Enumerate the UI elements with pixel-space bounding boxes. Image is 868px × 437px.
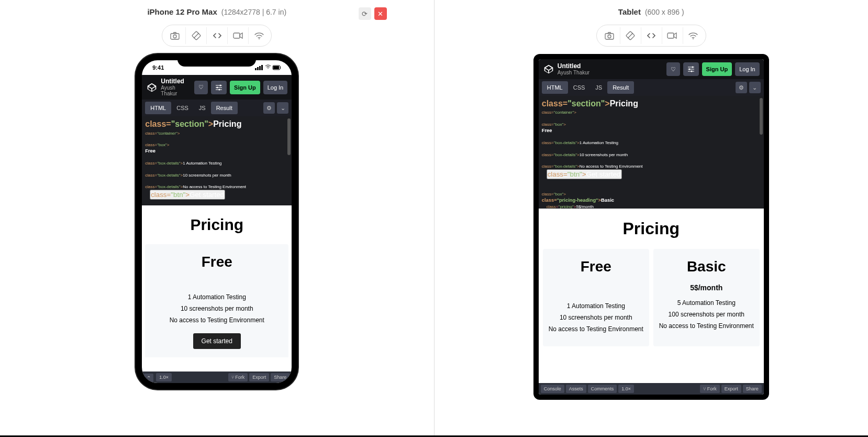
rotate-icon[interactable] xyxy=(185,27,206,44)
codepen-logo-icon[interactable] xyxy=(146,82,158,93)
plan-feature: 5 Automation Testing xyxy=(658,299,755,307)
device-pane-iphone: iPhone 12 Pro Max (1284x2778 | 6.7 in) ⟳… xyxy=(0,0,434,435)
svg-rect-0 xyxy=(171,34,179,39)
tab-css[interactable]: CSS xyxy=(171,102,194,114)
codepen-tabs: HTML CSS JS Result ⚙ ⌄ xyxy=(142,100,292,116)
plan-name: Basic xyxy=(658,258,755,275)
svg-rect-23 xyxy=(667,33,674,38)
video-icon[interactable] xyxy=(662,27,683,44)
pen-title: Untitled xyxy=(161,78,191,85)
tab-html[interactable]: HTML xyxy=(542,81,568,94)
refresh-button[interactable]: ⟳ xyxy=(359,7,371,20)
comments-button[interactable]: Comments xyxy=(588,385,617,393)
svg-point-30 xyxy=(691,71,692,72)
tab-js[interactable]: JS xyxy=(590,81,607,94)
svg-point-20 xyxy=(608,35,611,38)
svg-point-16 xyxy=(220,84,221,86)
heart-button[interactable]: ♡ xyxy=(194,81,208,94)
codepen-footer: Console Assets Comments 1.0× ⑂ Fork Expo… xyxy=(539,383,764,395)
wifi-icon[interactable] xyxy=(248,27,269,44)
svg-point-5 xyxy=(259,38,260,39)
export-button[interactable]: Export xyxy=(249,373,269,381)
svg-rect-9 xyxy=(261,65,263,70)
scrollbar[interactable] xyxy=(287,118,291,155)
result-preview: Pricing Free 1 Automation Testing 10 scr… xyxy=(539,209,764,376)
tab-result[interactable]: Result xyxy=(607,81,634,94)
tab-js[interactable]: JS xyxy=(194,102,211,114)
svg-rect-4 xyxy=(233,33,240,38)
login-button[interactable]: Log In xyxy=(735,62,760,76)
code-editor[interactable]: class="section">Pricingclass="container"… xyxy=(142,116,292,205)
camera-icon[interactable] xyxy=(599,27,620,44)
svg-rect-7 xyxy=(257,67,259,70)
pricing-heading: Pricing xyxy=(142,205,292,244)
svg-point-28 xyxy=(692,67,693,68)
rotate-icon[interactable] xyxy=(620,27,641,44)
svg-rect-12 xyxy=(280,67,281,69)
device-title: iPhone 12 Pro Max xyxy=(147,7,217,16)
status-time: 9:41 xyxy=(152,64,164,71)
svg-point-29 xyxy=(688,69,690,70)
svg-line-22 xyxy=(628,33,633,38)
plan-feature: 1 Automation Testing xyxy=(149,293,284,301)
pricing-heading: Pricing xyxy=(539,209,764,249)
chevron-down-icon[interactable]: ⌄ xyxy=(277,102,288,114)
signup-button[interactable]: Sign Up xyxy=(230,81,260,94)
get-started-button[interactable]: Get started xyxy=(193,333,241,349)
chevron-down-icon[interactable]: ⌄ xyxy=(749,82,761,93)
close-button[interactable]: ✕ xyxy=(374,7,387,20)
console-button[interactable]: Console xyxy=(541,385,564,393)
svg-rect-6 xyxy=(255,68,257,70)
settings-bars-icon[interactable] xyxy=(211,81,227,94)
device-toolbar xyxy=(596,25,706,47)
pen-author: Ayush Thakur xyxy=(161,85,191,96)
svg-point-18 xyxy=(219,89,220,90)
heart-button[interactable]: ♡ xyxy=(666,62,680,76)
svg-point-17 xyxy=(217,86,218,88)
scrollbar[interactable] xyxy=(760,98,763,135)
tab-css[interactable]: CSS xyxy=(568,81,591,94)
gear-icon[interactable]: ⚙ xyxy=(263,102,275,114)
signup-button[interactable]: Sign Up xyxy=(702,62,732,76)
export-button[interactable]: Export xyxy=(721,385,741,393)
device-subtitle: (1284x2778 | 6.7 in) xyxy=(221,8,286,16)
tab-result[interactable]: Result xyxy=(211,102,238,114)
codepen-header: Untitled Ayush Thakur ♡ Sign Up Log In xyxy=(539,59,764,79)
login-button[interactable]: Log In xyxy=(263,81,288,94)
wifi-icon[interactable] xyxy=(683,27,704,44)
camera-icon[interactable] xyxy=(164,27,185,44)
assets-button[interactable]: Assets xyxy=(566,385,586,393)
video-icon[interactable] xyxy=(227,27,248,44)
device-pane-tablet: Tablet (600 x 896 ) Untitled Ayush Thaku… xyxy=(434,0,869,435)
plan-price: 5$/month xyxy=(658,283,755,292)
status-indicators xyxy=(255,64,281,71)
devtools-icon[interactable] xyxy=(206,27,227,44)
codepen-logo-icon[interactable] xyxy=(543,63,554,75)
result-preview: Pricing Free 1 Automation Testing 10 scr… xyxy=(142,205,292,357)
plan-name: Free xyxy=(149,254,284,270)
pen-author: Ayush Thakur xyxy=(558,70,663,75)
svg-rect-8 xyxy=(259,66,261,70)
plan-feature: 100 screenshots per month xyxy=(658,311,755,318)
codepen-header: Untitled Ayush Thakur ♡ Sign Up Log In xyxy=(142,75,292,100)
pen-title: Untitled xyxy=(558,63,663,70)
plan-feature: 10 screenshots per month xyxy=(149,305,284,312)
tab-html[interactable]: HTML xyxy=(145,102,171,114)
zoom-indicator[interactable]: 1.0× xyxy=(156,373,172,381)
plan-feature: No access to Testing Environment xyxy=(547,325,645,333)
fork-button[interactable]: ⑂ Fork xyxy=(228,373,248,381)
settings-bars-icon[interactable] xyxy=(683,62,699,76)
plan-name: Free xyxy=(547,258,645,275)
zoom-indicator[interactable]: 1.0× xyxy=(618,385,634,393)
codepen-footer: ⌃ 1.0× ⑂ Fork Export Share xyxy=(142,372,292,383)
share-button[interactable]: Share xyxy=(271,373,290,381)
tablet-frame: Untitled Ayush Thakur ♡ Sign Up Log In H… xyxy=(533,54,769,400)
svg-rect-11 xyxy=(273,66,279,69)
devtools-icon[interactable] xyxy=(641,27,662,44)
code-editor[interactable]: class="section">Pricingclass="container"… xyxy=(539,96,764,209)
fork-button[interactable]: ⑂ Fork xyxy=(700,385,720,393)
gear-icon[interactable]: ⚙ xyxy=(736,82,747,93)
expand-arrow-icon[interactable]: ⌃ xyxy=(144,374,153,382)
svg-line-3 xyxy=(194,33,199,38)
share-button[interactable]: Share xyxy=(743,385,762,393)
